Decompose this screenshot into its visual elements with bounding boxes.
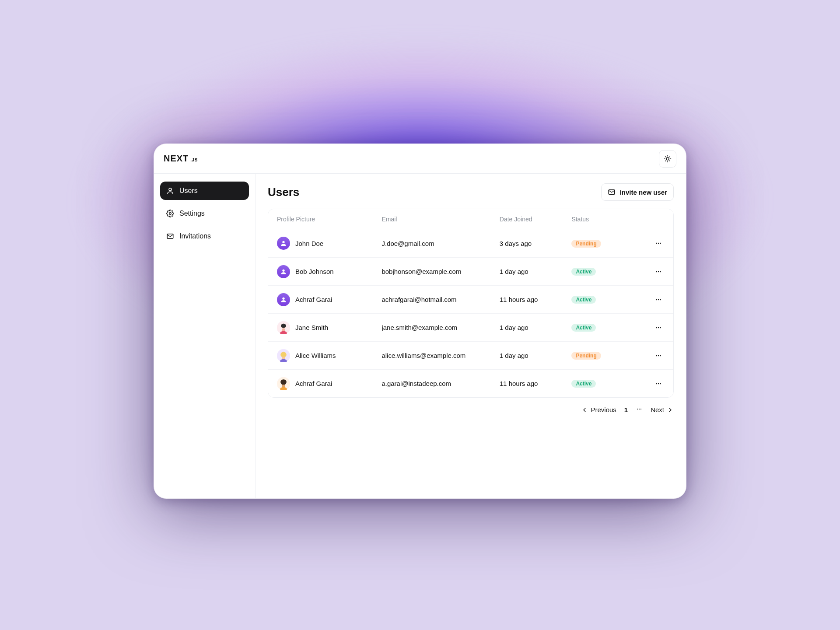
cell-email: J.doe@gmail.com (382, 240, 499, 247)
cell-joined: 1 day ago (500, 324, 572, 331)
table-body: John Doe J.doe@gmail.com 3 days ago Pend… (268, 229, 673, 397)
svg-point-1 (169, 188, 172, 191)
svg-point-6 (656, 243, 657, 244)
svg-point-9 (282, 270, 284, 272)
page-title: Users (268, 186, 299, 199)
avatar (277, 377, 290, 390)
cell-joined: 11 hours ago (500, 296, 572, 303)
table-row: John Doe J.doe@gmail.com 3 days ago Pend… (268, 229, 673, 257)
sidebar-item-users[interactable]: Users (160, 182, 249, 200)
cell-user: Achraf Garai (277, 293, 382, 306)
page-number[interactable]: 1 (624, 406, 628, 413)
user-name: John Doe (295, 240, 323, 247)
page-header: Users Invite new user (268, 183, 674, 201)
sidebar: Users Settings Invitations (154, 174, 256, 498)
cell-email: achrafgarai@hotmail.com (382, 296, 499, 303)
svg-point-32 (656, 383, 657, 384)
dots-icon (636, 406, 643, 413)
cell-email: jane.smith@example.com (382, 324, 499, 331)
col-email: Email (382, 216, 499, 223)
svg-point-20 (656, 327, 657, 328)
mail-icon (608, 188, 616, 196)
dots-icon (654, 380, 662, 388)
col-profile: Profile Picture (277, 216, 382, 223)
brand-name: NEXT (164, 154, 189, 164)
avatar (277, 349, 290, 362)
mail-icon (166, 232, 174, 240)
cell-joined: 3 days ago (500, 240, 572, 247)
sidebar-item-label: Settings (179, 210, 205, 217)
svg-point-7 (658, 243, 659, 244)
cell-user: Bob Johnson (277, 265, 382, 278)
status-badge: Pending (571, 352, 601, 360)
user-name: Achraf Garai (295, 380, 332, 387)
pagination: Previous 1 Next (268, 406, 674, 414)
theme-toggle-button[interactable] (659, 150, 676, 168)
status-badge: Active (571, 324, 596, 332)
previous-label: Previous (591, 406, 616, 413)
dots-icon (654, 239, 662, 247)
next-label: Next (651, 406, 664, 413)
row-actions-button[interactable] (652, 378, 665, 390)
chevron-left-icon (581, 406, 588, 413)
row-actions-button[interactable] (652, 350, 665, 362)
svg-point-35 (637, 409, 638, 410)
cell-status: Active (571, 295, 644, 304)
user-icon (166, 187, 174, 195)
svg-point-21 (658, 327, 659, 328)
sidebar-item-settings[interactable]: Settings (160, 204, 249, 223)
cell-status: Pending (571, 351, 644, 360)
previous-button[interactable]: Previous (581, 406, 616, 413)
row-actions-button[interactable] (652, 266, 665, 278)
avatar (277, 237, 290, 250)
users-table: Profile Picture Email Date Joined Status… (268, 209, 674, 398)
row-actions-button[interactable] (652, 237, 665, 249)
avatar (277, 293, 290, 306)
cell-email: a.garai@instadeep.com (382, 380, 499, 387)
row-actions-button[interactable] (652, 294, 665, 306)
cell-status: Active (571, 379, 644, 388)
sidebar-item-label: Invitations (179, 233, 211, 240)
svg-point-5 (282, 241, 284, 243)
status-badge: Active (571, 380, 596, 388)
cell-status: Active (571, 323, 644, 332)
svg-point-13 (282, 298, 284, 300)
svg-point-8 (660, 243, 661, 244)
cell-email: bobjhonson@example.com (382, 268, 499, 275)
brand-logo: NEXT .JS (164, 154, 198, 164)
cell-joined: 1 day ago (500, 352, 572, 359)
svg-point-15 (658, 299, 659, 300)
user-name: Alice Williams (295, 352, 336, 359)
svg-point-27 (658, 355, 659, 356)
cell-email: alice.williams@example.com (382, 352, 499, 359)
sidebar-item-label: Users (179, 187, 198, 194)
svg-point-12 (660, 271, 661, 272)
svg-point-16 (660, 299, 661, 300)
table-header: Profile Picture Email Date Joined Status (268, 209, 673, 229)
app-window: NEXT .JS Users Settings Invitations (154, 144, 686, 498)
status-badge: Active (571, 296, 596, 304)
invite-new-user-button[interactable]: Invite new user (601, 183, 674, 201)
row-actions-button[interactable] (652, 322, 665, 334)
col-joined: Date Joined (500, 216, 572, 223)
page-ellipsis (636, 406, 643, 414)
sidebar-item-invitations[interactable]: Invitations (160, 227, 249, 245)
col-status: Status (571, 216, 644, 223)
svg-point-34 (660, 383, 661, 384)
main: Users Invite new user Profile Picture Em… (256, 174, 686, 498)
svg-point-0 (666, 158, 669, 160)
dots-icon (654, 296, 662, 304)
user-name: Jane Smith (295, 324, 328, 331)
table-row: Bob Johnson bobjhonson@example.com 1 day… (268, 257, 673, 285)
dots-icon (654, 324, 662, 332)
avatar (277, 321, 290, 334)
table-row: Achraf Garai a.garai@instadeep.com 11 ho… (268, 369, 673, 397)
status-badge: Active (571, 268, 596, 276)
cell-user: Achraf Garai (277, 377, 382, 390)
invite-button-label: Invite new user (620, 189, 667, 196)
svg-point-10 (656, 271, 657, 272)
cell-status: Pending (571, 239, 644, 248)
sun-icon (664, 155, 672, 163)
next-button[interactable]: Next (651, 406, 674, 413)
svg-point-37 (640, 409, 641, 410)
